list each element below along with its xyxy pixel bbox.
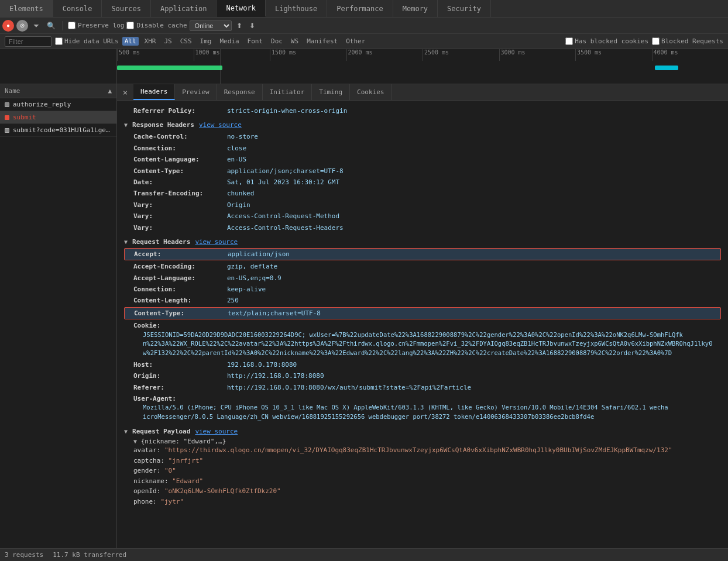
search-icon[interactable]: 🔍 bbox=[44, 20, 58, 31]
resp-connection-key: Connection: bbox=[133, 144, 227, 153]
preserve-log-checkbox[interactable] bbox=[68, 22, 75, 29]
sub-tab-timing[interactable]: Timing bbox=[312, 84, 350, 100]
request-headers-title: Request Headers bbox=[132, 238, 190, 246]
filter-media[interactable]: Media bbox=[217, 37, 241, 46]
request-headers-arrow: ▼ bbox=[124, 239, 128, 245]
network-toolbar: ● ⊘ ⏷ 🔍 Preserve log Disable cache Onlin… bbox=[0, 18, 728, 34]
req-content-type-value: text/plain;charset=UTF-8 bbox=[228, 309, 321, 318]
req-content-length-key: Content-Length: bbox=[133, 296, 227, 305]
req-content-type-key: Content-Type: bbox=[134, 309, 228, 318]
req-content-length: Content-Length: 250 bbox=[124, 295, 721, 306]
hide-data-urls-checkbox[interactable] bbox=[55, 37, 63, 45]
request-item-authorize[interactable]: authorize_reply bbox=[0, 98, 116, 111]
request-payload-view-source[interactable]: view source bbox=[195, 428, 238, 435]
payload-openid-value: "oNK2q6LMw-SOmhFLQfk0ZtfDkz20" bbox=[164, 487, 281, 495]
payload-obj-label: {nickname: "Edward",…} bbox=[141, 438, 226, 445]
payload-gender-value: "0" bbox=[164, 467, 176, 474]
payload-avatar: avatar: "https://thirdwx.qlogo.cn/mmopen… bbox=[133, 445, 721, 456]
request-dot-authorize bbox=[5, 102, 9, 107]
request-payload-section[interactable]: ▼ Request Payload view source bbox=[124, 428, 721, 435]
filter-other[interactable]: Other bbox=[344, 37, 368, 46]
request-item-submit-code[interactable]: submit?code=031HUlGa1Lge... bbox=[0, 124, 116, 137]
request-name-submit: submit bbox=[13, 113, 36, 121]
tab-network[interactable]: Network bbox=[217, 0, 266, 17]
req-referer: Referer: http://192.168.0.178:8080/wx/au… bbox=[124, 382, 721, 393]
referrer-policy-key: Referrer Policy: bbox=[133, 106, 227, 115]
tick-2500: 2500 ms bbox=[423, 49, 499, 61]
stop-button[interactable]: ⊘ bbox=[16, 20, 28, 32]
resp-date-value: Sat, 01 Jul 2023 16:30:12 GMT bbox=[227, 178, 339, 187]
request-dot-submit bbox=[5, 115, 9, 120]
tab-sources[interactable]: Sources bbox=[102, 0, 151, 17]
req-origin: Origin: http://192.168.0.178:8080 bbox=[124, 370, 721, 381]
sub-tab-preview[interactable]: Preview bbox=[175, 84, 217, 100]
req-connection-key: Connection: bbox=[133, 285, 227, 294]
filter-ws[interactable]: WS bbox=[289, 37, 301, 46]
timeline-marker bbox=[221, 49, 221, 84]
tab-security[interactable]: Security bbox=[438, 0, 491, 17]
record-button[interactable]: ● bbox=[2, 20, 14, 32]
request-headers-view-source[interactable]: view source bbox=[195, 238, 238, 246]
filter-input[interactable] bbox=[5, 36, 51, 47]
request-payload-title: Request Payload bbox=[132, 428, 190, 435]
resp-transfer-encoding-key: Transfer-Encoding: bbox=[133, 189, 227, 198]
response-headers-section[interactable]: ▼ Response Headers view source bbox=[124, 121, 721, 129]
resp-content-type-value: application/json;charset=UTF-8 bbox=[227, 167, 344, 175]
sort-icon[interactable]: ▲ bbox=[108, 87, 112, 95]
filter-all[interactable]: All bbox=[122, 37, 139, 46]
filter-img[interactable]: Img bbox=[198, 37, 214, 46]
tab-memory[interactable]: Memory bbox=[393, 0, 438, 17]
filter-js[interactable]: JS bbox=[162, 37, 174, 46]
tab-application[interactable]: Application bbox=[151, 0, 217, 17]
req-user-agent-value: Mozilla/5.0 (iPhone; CPU iPhone OS 10_3_… bbox=[133, 403, 721, 422]
tick-1000: 1000 ms bbox=[194, 49, 270, 61]
request-headers-section[interactable]: ▼ Request Headers view source bbox=[124, 238, 721, 246]
request-item-submit[interactable]: submit bbox=[0, 111, 116, 124]
resp-cache-control: Cache-Control: no-store bbox=[124, 131, 721, 142]
filter-manifest[interactable]: Manifest bbox=[304, 37, 340, 46]
tab-performance[interactable]: Performance bbox=[327, 0, 393, 17]
timeline-right[interactable]: 500 ms 1000 ms 1500 ms 2000 ms 2500 ms 3… bbox=[117, 49, 728, 84]
filter-doc[interactable]: Doc bbox=[269, 37, 285, 46]
blocked-requests-checkbox[interactable] bbox=[652, 37, 660, 45]
referrer-policy-row: Referrer Policy: strict-origin-when-cros… bbox=[124, 105, 721, 116]
sub-tab-headers[interactable]: Headers bbox=[133, 84, 175, 100]
tab-console[interactable]: Console bbox=[53, 0, 102, 17]
resp-content-language-value: en-US bbox=[227, 155, 246, 164]
disable-cache-label: Disable cache bbox=[126, 22, 187, 29]
import-icon[interactable]: ⬆ bbox=[234, 20, 245, 31]
filter-xhr[interactable]: XHR bbox=[142, 37, 159, 46]
sub-tab-cookies[interactable]: Cookies bbox=[350, 84, 392, 100]
transferred-size: 11.7 kB transferred bbox=[53, 551, 126, 559]
tab-elements[interactable]: Elements bbox=[0, 0, 53, 17]
resp-content-type: Content-Type: application/json;charset=U… bbox=[124, 166, 721, 177]
resp-date-key: Date: bbox=[133, 178, 227, 187]
filter-icon[interactable]: ⏷ bbox=[30, 20, 42, 31]
sub-tab-response[interactable]: Response bbox=[217, 84, 263, 100]
resp-cache-control-key: Cache-Control: bbox=[133, 132, 227, 141]
throttle-select[interactable]: Online Fast 3G Slow 3G Offline bbox=[190, 20, 232, 31]
filter-font[interactable]: Font bbox=[245, 37, 266, 46]
resp-content-type-key: Content-Type: bbox=[133, 167, 227, 175]
close-panel-button[interactable]: × bbox=[117, 84, 133, 101]
referrer-policy-value: strict-origin-when-cross-origin bbox=[227, 106, 347, 115]
req-accept: Accept: application/json bbox=[124, 248, 721, 260]
req-cookie: Cookie: JSESSIONID=59DA20D29D9DADC20E160… bbox=[124, 320, 721, 359]
response-headers-view-source[interactable]: view source bbox=[199, 121, 242, 129]
export-icon[interactable]: ⬇ bbox=[247, 20, 257, 31]
timeline-bar-1 bbox=[117, 66, 222, 70]
filter-css[interactable]: CSS bbox=[178, 37, 194, 46]
tick-500: 500 ms bbox=[117, 49, 194, 61]
tab-lighthouse[interactable]: Lighthouse bbox=[266, 0, 327, 17]
has-blocked-cookies-checkbox[interactable] bbox=[565, 37, 573, 45]
name-header: Name ▲ bbox=[0, 84, 116, 98]
has-blocked-cookies-label: Has blocked cookies bbox=[565, 37, 648, 45]
req-origin-value: http://192.168.0.178:8080 bbox=[227, 371, 324, 380]
disable-cache-checkbox[interactable] bbox=[126, 22, 134, 29]
payload-obj-header[interactable]: ▼ {nickname: "Edward",…} bbox=[124, 438, 721, 445]
timeline: 500 ms 1000 ms 1500 ms 2000 ms 2500 ms 3… bbox=[0, 49, 728, 84]
sub-tab-initiator[interactable]: Initiator bbox=[263, 84, 313, 100]
resp-vary-3-value: Access-Control-Request-Headers bbox=[227, 223, 344, 232]
tick-3000: 3000 ms bbox=[499, 49, 576, 61]
separator-1 bbox=[63, 21, 63, 30]
